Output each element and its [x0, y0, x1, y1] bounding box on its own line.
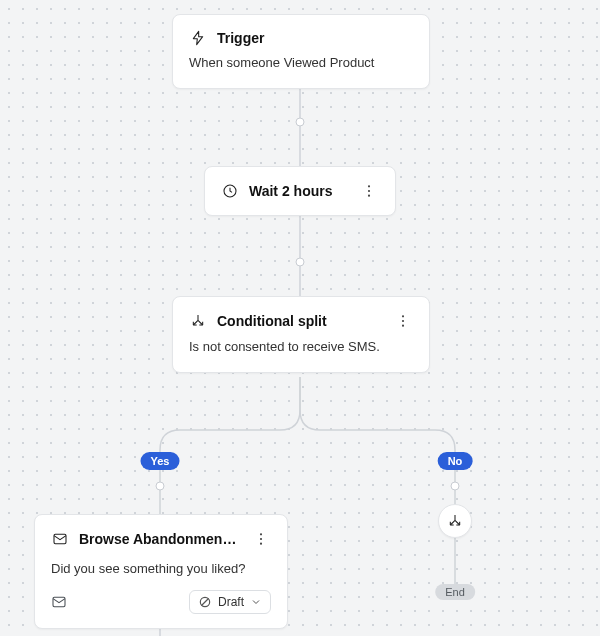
wait-more-button[interactable]: [359, 181, 379, 201]
end-label: End: [435, 584, 475, 600]
split-more-button[interactable]: [393, 311, 413, 331]
connector-dot: [296, 258, 305, 267]
chevron-down-icon: [250, 596, 262, 608]
split-icon: [189, 312, 207, 330]
provider-icon: [51, 594, 67, 610]
svg-point-2: [368, 190, 370, 192]
flow-canvas[interactable]: Trigger When someone Viewed Product Wait…: [0, 0, 600, 636]
trigger-title: Trigger: [217, 30, 413, 46]
email-title: Browse Abandonment: Email...: [79, 531, 241, 547]
split-title: Conditional split: [217, 313, 383, 329]
draft-status-icon: [198, 595, 212, 609]
split-icon: [446, 512, 464, 530]
svg-rect-7: [54, 534, 66, 543]
no-branch-action-node[interactable]: [438, 504, 472, 538]
svg-point-9: [260, 538, 262, 540]
trigger-node[interactable]: Trigger When someone Viewed Product: [172, 14, 430, 89]
svg-point-3: [368, 195, 370, 197]
branch-no-pill: No: [438, 452, 473, 470]
svg-point-1: [368, 185, 370, 187]
trigger-description: When someone Viewed Product: [189, 55, 413, 70]
branch-yes-pill: Yes: [141, 452, 180, 470]
svg-point-5: [402, 320, 404, 322]
svg-point-8: [260, 533, 262, 535]
email-preview: Did you see something you liked?: [51, 561, 271, 576]
clock-icon: [221, 182, 239, 200]
connector-dot: [296, 118, 305, 127]
envelope-icon: [51, 530, 69, 548]
connector-dot: [451, 482, 460, 491]
conditional-split-node[interactable]: Conditional split Is not consented to re…: [172, 296, 430, 373]
email-node[interactable]: Browse Abandonment: Email... Did you see…: [34, 514, 288, 629]
svg-point-4: [402, 315, 404, 317]
connector-dot: [156, 482, 165, 491]
svg-rect-11: [53, 597, 65, 606]
svg-point-6: [402, 325, 404, 327]
bolt-icon: [189, 29, 207, 47]
wait-node[interactable]: Wait 2 hours: [204, 166, 396, 216]
split-description: Is not consented to receive SMS.: [189, 339, 413, 354]
email-more-button[interactable]: [251, 529, 271, 549]
email-status-label: Draft: [218, 595, 244, 609]
wait-title: Wait 2 hours: [249, 183, 349, 199]
svg-point-10: [260, 543, 262, 545]
email-status-select[interactable]: Draft: [189, 590, 271, 614]
